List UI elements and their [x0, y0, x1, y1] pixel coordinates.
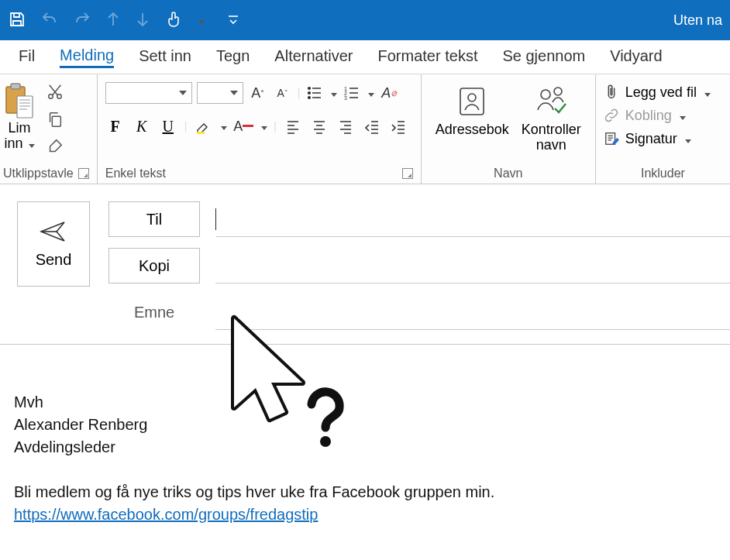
send-label: Send: [36, 251, 72, 269]
svg-rect-12: [197, 132, 205, 134]
svg-text:3: 3: [344, 95, 347, 101]
svg-point-7: [308, 92, 311, 94]
tab-tegn[interactable]: Tegn: [216, 47, 250, 67]
svg-rect-1: [11, 84, 20, 89]
tab-sett-inn[interactable]: Sett inn: [139, 47, 191, 67]
attach-file-chevron-icon[interactable]: [704, 84, 711, 101]
link-button[interactable]: Kobling: [604, 104, 686, 127]
address-book-label: Adressebok: [436, 122, 509, 138]
highlight-chevron-icon[interactable]: [221, 120, 227, 132]
font-color-chevron-icon[interactable]: [261, 120, 267, 132]
numbering-icon[interactable]: 123: [342, 83, 362, 103]
format-painter-icon[interactable]: [46, 138, 64, 157]
address-book-button[interactable]: Adressebok: [429, 79, 515, 138]
tab-vidyard[interactable]: Vidyard: [610, 47, 662, 67]
attach-file-button[interactable]: Legg ved fil: [604, 81, 711, 104]
title-bar: Uten na: [0, 0, 730, 40]
font-color-icon[interactable]: A: [233, 116, 253, 136]
touch-mode-chevron-icon[interactable]: [198, 14, 205, 26]
save-icon[interactable]: [8, 10, 26, 31]
to-field[interactable]: [216, 201, 730, 237]
font-family-dropdown[interactable]: [105, 82, 192, 104]
subject-field[interactable]: [215, 294, 730, 330]
tab-fil[interactable]: Fil: [19, 47, 35, 67]
paste-chevron-icon[interactable]: [29, 136, 35, 152]
ribbon-tabs: Fil Melding Sett inn Tegn Alternativer F…: [0, 40, 730, 74]
signature-line: Bli medlem og få nye triks og tips hver …: [14, 481, 730, 503]
signature-chevron-icon[interactable]: [685, 131, 691, 147]
ribbon: Lim inn Utklippstavle: [0, 74, 730, 184]
signature-line: Mvh: [14, 391, 730, 414]
next-item-icon[interactable]: [135, 10, 150, 31]
clipboard-dialog-launcher-icon[interactable]: [78, 168, 89, 179]
svg-point-15: [541, 90, 550, 99]
svg-point-14: [468, 94, 476, 101]
signature-label: Signatur: [625, 131, 677, 147]
send-button[interactable]: Send: [17, 201, 90, 287]
numbering-chevron-icon[interactable]: [368, 87, 374, 99]
tab-formater-tekst[interactable]: Formater tekst: [378, 47, 478, 67]
link-chevron-icon[interactable]: [680, 108, 686, 124]
font-dialog-launcher-icon[interactable]: [402, 168, 413, 179]
paste-button[interactable]: Lim inn: [3, 79, 36, 152]
signature-line: Alexander Renberg: [14, 414, 730, 436]
signature-button[interactable]: Signatur: [604, 127, 691, 150]
tab-melding[interactable]: Melding: [60, 46, 114, 68]
qat-customize-icon[interactable]: [226, 12, 240, 29]
shrink-font-icon[interactable]: A˅: [273, 83, 293, 103]
decrease-indent-icon[interactable]: [362, 116, 382, 136]
align-right-icon[interactable]: [336, 116, 356, 136]
align-center-icon[interactable]: [309, 116, 329, 136]
increase-indent-icon[interactable]: [388, 116, 408, 136]
link-label: Kobling: [625, 108, 672, 124]
to-button[interactable]: Til: [108, 201, 200, 237]
names-group-label: Navn: [494, 167, 522, 180]
check-names-label: Kontroller navn: [522, 122, 581, 153]
svg-point-6: [308, 88, 311, 90]
paste-label: Lim inn: [4, 121, 34, 152]
window-title: Uten na: [673, 12, 722, 29]
message-body[interactable]: Mvh Alexander Renberg Avdelingsleder Bli…: [0, 345, 730, 526]
cut-icon[interactable]: [46, 84, 64, 103]
svg-point-4: [57, 94, 62, 99]
tab-alternativer[interactable]: Alternativer: [274, 47, 353, 67]
svg-point-16: [554, 88, 562, 95]
copy-icon[interactable]: [46, 111, 64, 130]
svg-point-8: [308, 97, 311, 99]
bold-button[interactable]: F: [105, 118, 126, 136]
check-names-button[interactable]: Kontroller navn: [515, 79, 587, 153]
clipboard-group-label: Utklippstavle: [3, 167, 74, 180]
highlight-icon[interactable]: [193, 116, 213, 136]
tab-se-gjennom[interactable]: Se gjennom: [502, 47, 585, 67]
redo-icon[interactable]: [73, 10, 91, 31]
cc-button[interactable]: Kopi: [108, 248, 200, 283]
undo-icon[interactable]: [40, 10, 59, 31]
svg-point-3: [49, 94, 53, 99]
bullets-chevron-icon[interactable]: [331, 87, 337, 99]
signature-line: Avdelingsleder: [14, 436, 730, 459]
subject-label: Emne: [108, 304, 200, 321]
italic-button[interactable]: K: [132, 118, 152, 136]
signature-link[interactable]: https://www.facebook.com/groups/fredagst…: [14, 506, 318, 523]
cc-field[interactable]: [215, 248, 730, 283]
include-group-label: Inkluder: [641, 167, 685, 180]
bullets-icon[interactable]: [305, 83, 325, 103]
underline-button[interactable]: U: [158, 118, 178, 136]
attach-file-label: Legg ved fil: [625, 84, 697, 101]
font-group-label: Enkel tekst: [105, 167, 166, 180]
grow-font-icon[interactable]: A˄: [248, 83, 268, 103]
svg-rect-5: [52, 116, 60, 126]
align-left-icon[interactable]: [283, 116, 303, 136]
touch-mode-icon[interactable]: [164, 10, 183, 31]
font-size-dropdown[interactable]: [197, 82, 243, 104]
clear-formatting-icon[interactable]: A⊘: [379, 83, 399, 103]
previous-item-icon[interactable]: [105, 10, 121, 31]
svg-rect-2: [17, 96, 33, 118]
